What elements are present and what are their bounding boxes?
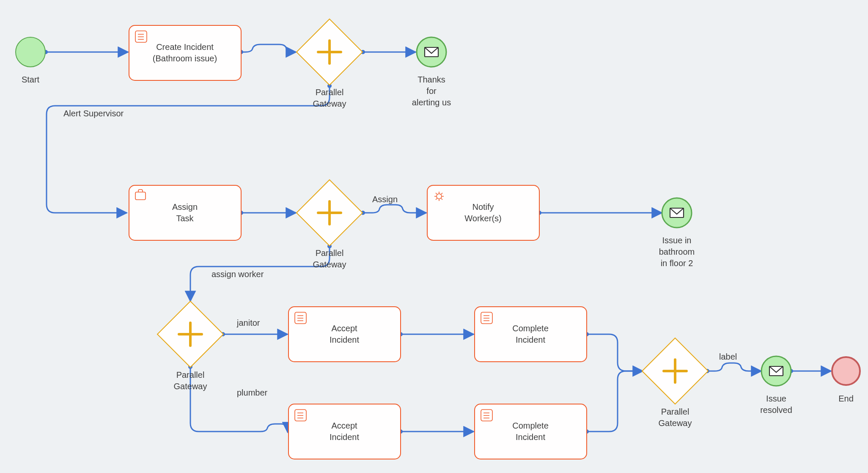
svg-text:Gateway: Gateway xyxy=(174,382,207,391)
end-event[interactable]: End xyxy=(832,357,860,403)
svg-text:Incident: Incident xyxy=(330,432,359,442)
svg-text:Parallel: Parallel xyxy=(316,248,344,258)
svg-rect-18 xyxy=(129,25,241,80)
svg-text:Task: Task xyxy=(176,214,194,223)
svg-text:Incident: Incident xyxy=(516,432,545,442)
message-event-issue[interactable]: Issue in bathroom in floor 2 xyxy=(659,198,695,268)
task-accept-incident-plumber[interactable]: Accept Incident xyxy=(288,404,401,459)
svg-text:Parallel: Parallel xyxy=(316,88,344,97)
edge-label: label xyxy=(719,352,737,361)
svg-text:Accept: Accept xyxy=(331,421,357,430)
svg-text:Gateway: Gateway xyxy=(313,260,346,269)
svg-text:Issue: Issue xyxy=(766,394,786,403)
svg-rect-51 xyxy=(288,307,401,362)
svg-text:Assign: Assign xyxy=(172,202,198,212)
svg-text:(Bathroom issue): (Bathroom issue) xyxy=(153,54,217,63)
message-event-resolved[interactable]: Issue resolved xyxy=(760,356,792,415)
parallel-gateway-2[interactable]: Parallel Gateway xyxy=(297,180,363,269)
svg-text:Parallel: Parallel xyxy=(661,407,689,416)
svg-rect-38 xyxy=(427,185,539,240)
svg-text:Complete: Complete xyxy=(512,324,549,333)
task-complete-incident-janitor[interactable]: Complete Incident xyxy=(475,307,587,362)
edge-assign-worker: assign worker xyxy=(212,270,264,279)
svg-text:bathroom: bathroom xyxy=(659,247,695,256)
edge-janitor: janitor xyxy=(236,318,260,327)
svg-text:Complete: Complete xyxy=(512,421,549,430)
message-event-thanks[interactable]: Thanks for alerting us xyxy=(412,37,451,107)
parallel-gateway-4[interactable]: Parallel Gateway xyxy=(642,338,708,428)
bpmn-diagram: Alert Supervisor Assign assign worker ja… xyxy=(0,0,868,473)
svg-text:Incident: Incident xyxy=(330,335,359,344)
svg-text:Gateway: Gateway xyxy=(659,418,692,428)
svg-rect-60 xyxy=(475,404,587,459)
task-accept-incident-janitor[interactable]: Accept Incident xyxy=(288,307,401,362)
svg-text:for: for xyxy=(426,86,437,96)
task-assign[interactable]: Assign Task xyxy=(129,185,241,240)
svg-text:alerting us: alerting us xyxy=(412,98,451,107)
start-event[interactable]: Start xyxy=(16,37,45,84)
svg-point-71 xyxy=(832,357,860,385)
svg-text:Incident: Incident xyxy=(516,335,545,344)
edge-alert-supervisor: Alert Supervisor xyxy=(63,109,124,118)
task-create-incident[interactable]: Create Incident (Bathroom issue) xyxy=(129,25,241,80)
svg-text:Thanks: Thanks xyxy=(418,75,445,84)
svg-text:Worker(s): Worker(s) xyxy=(464,214,501,223)
parallel-gateway-1[interactable]: Parallel Gateway xyxy=(297,19,363,108)
svg-text:Accept: Accept xyxy=(331,324,357,333)
svg-text:Notify: Notify xyxy=(472,202,494,212)
svg-text:Gateway: Gateway xyxy=(313,99,346,108)
edge-assign: Assign xyxy=(372,195,398,204)
svg-text:End: End xyxy=(838,394,854,403)
svg-text:Issue in: Issue in xyxy=(662,236,692,245)
svg-text:Create Incident: Create Incident xyxy=(156,42,214,52)
svg-point-16 xyxy=(16,37,45,67)
task-notify-workers[interactable]: Notify Worker(s) xyxy=(427,185,539,240)
task-complete-incident-plumber[interactable]: Complete Incident xyxy=(475,404,587,459)
svg-text:Start: Start xyxy=(22,75,40,84)
svg-rect-57 xyxy=(288,404,401,459)
edge-plumber: plumber xyxy=(237,388,268,397)
svg-text:Parallel: Parallel xyxy=(176,370,205,380)
svg-text:in floor 2: in floor 2 xyxy=(661,258,693,268)
svg-text:resolved: resolved xyxy=(760,405,792,415)
svg-rect-54 xyxy=(475,307,587,362)
parallel-gateway-3[interactable]: Parallel Gateway xyxy=(157,301,223,391)
